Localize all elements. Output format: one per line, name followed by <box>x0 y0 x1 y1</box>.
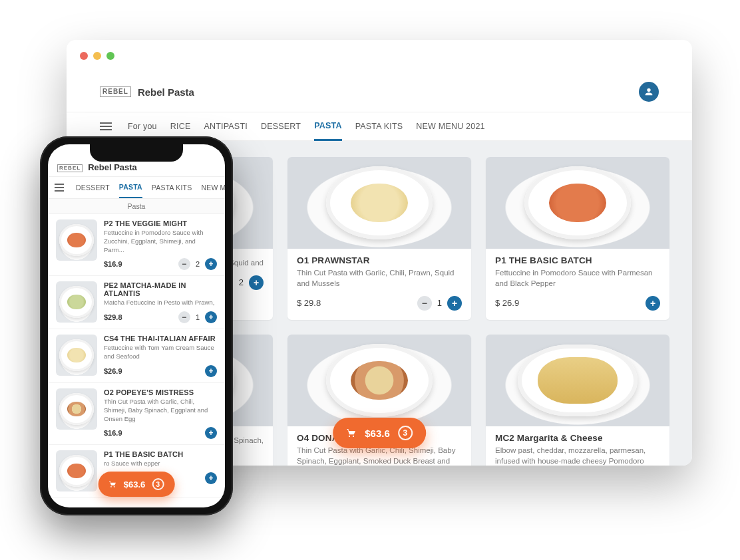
phone-list[interactable]: P2 THE VEGGIE MIGHT Fettuccine in Pomodo… <box>48 214 225 507</box>
cart-icon <box>345 427 357 439</box>
section-header: Pasta <box>48 199 225 214</box>
food-image <box>486 335 669 426</box>
phone-tabs: DESSERT PASTA PASTA KITS NEW MENU 2 <box>48 176 225 199</box>
food-image <box>56 219 97 261</box>
menu-title: CS4 THE THAI-ITALIAN AFFAIR <box>104 335 217 343</box>
brand-logo: REBEL <box>100 86 131 97</box>
window-close-icon[interactable] <box>80 52 88 60</box>
minus-button[interactable]: − <box>417 296 432 311</box>
list-item[interactable]: CS4 THE THAI-ITALIAN AFFAIR Fettuccine w… <box>48 329 225 383</box>
tab-dessert[interactable]: DESSERT <box>261 113 301 140</box>
menu-icon[interactable] <box>100 122 114 130</box>
menu-title: PE2 MATCHA-MADE IN ATLANTIS <box>104 281 217 297</box>
cart-button[interactable]: $63.6 3 <box>98 472 175 497</box>
menu-desc: Matcha Fettuccine in Pesto with Prawn, <box>104 299 217 307</box>
menu-price: $16.9 <box>104 260 122 268</box>
menu-qty: 1 <box>432 298 447 308</box>
menu-qty: 1 <box>190 313 205 321</box>
menu-card[interactable]: MC2 Margarita & Cheese Elbow past, chedd… <box>486 335 669 466</box>
menu-price: $16.9 <box>104 429 122 437</box>
tab-pasta[interactable]: PASTA <box>314 112 342 141</box>
menu-desc: Elbow past, cheddar, mozzarella, parmesa… <box>495 446 660 466</box>
phone-screen: REBEL Rebel Pasta DESSERT PASTA PASTA KI… <box>48 144 225 507</box>
tab-new-menu[interactable]: NEW MENU 2 <box>201 178 225 198</box>
window-controls <box>80 52 114 60</box>
menu-desc: Thin Cut Pasta with Garlic, Chili, Prawn… <box>297 268 462 289</box>
menu-card[interactable]: O1 PRAWNSTAR Thin Cut Pasta with Garlic,… <box>287 157 471 320</box>
menu-title: MC2 Margarita & Cheese <box>495 433 660 443</box>
phone-notch <box>90 144 183 162</box>
menu-desc: Thin Cut Pasta with Garlic, Chili, Shime… <box>297 446 462 466</box>
add-button[interactable]: + <box>205 472 217 484</box>
menu-price: $29.8 <box>104 313 122 321</box>
cart-total: $63.6 <box>124 480 146 490</box>
menu-desc: Fettuccine in Pomodoro Sauce with Zucchi… <box>104 229 217 254</box>
add-button[interactable]: + <box>249 275 264 290</box>
menu-desc: ro Sauce with epper <box>104 460 217 468</box>
add-button[interactable]: + <box>205 258 217 270</box>
add-button[interactable]: + <box>447 296 462 311</box>
add-button[interactable]: + <box>646 296 660 311</box>
tab-pasta-kits[interactable]: PASTA KITS <box>152 178 192 198</box>
cart-total: $63.6 <box>365 428 390 439</box>
menu-qty: 2 <box>190 260 205 268</box>
cart-icon <box>108 480 117 489</box>
brand-logo: REBEL <box>57 164 83 172</box>
add-button[interactable]: + <box>205 311 217 323</box>
list-item[interactable]: O2 POPEYE'S MISTRESS Thin Cut Pasta with… <box>48 383 225 445</box>
brand: REBEL Rebel Pasta <box>100 86 194 98</box>
brand-name: Rebel Pasta <box>138 86 194 98</box>
food-image <box>56 388 97 430</box>
food-image <box>56 450 97 491</box>
tab-new-menu[interactable]: NEW MENU 2021 <box>416 113 484 140</box>
cart-button[interactable]: $63.6 3 <box>333 418 426 448</box>
menu-desc: Thin Cut Pasta with Garlic, Chili, Shime… <box>104 398 217 423</box>
food-image <box>486 157 669 249</box>
food-image <box>287 157 471 249</box>
tab-rice[interactable]: RICE <box>170 113 191 140</box>
food-image <box>287 335 471 426</box>
menu-desc: Fettuccine with Tom Yam Cream Sauce and … <box>104 344 217 361</box>
food-image <box>56 281 97 323</box>
menu-title: P2 THE VEGGIE MIGHT <box>104 219 217 227</box>
food-image <box>56 335 97 376</box>
list-item[interactable]: PE2 MATCHA-MADE IN ATLANTIS Matcha Fettu… <box>48 276 225 329</box>
window-minimize-icon[interactable] <box>93 52 101 60</box>
desktop-header: REBEL Rebel Pasta <box>67 40 692 112</box>
tab-pasta-kits[interactable]: PASTA KITS <box>355 113 403 140</box>
menu-price: $26.9 <box>104 367 122 375</box>
add-button[interactable]: + <box>205 427 217 439</box>
menu-title: O1 PRAWNSTAR <box>297 255 462 265</box>
menu-qty: 2 <box>234 277 249 287</box>
phone-device: REBEL Rebel Pasta DESSERT PASTA PASTA KI… <box>40 136 233 515</box>
menu-desc: Fettuccine in Pomodoro Sauce with Parmes… <box>495 268 660 289</box>
minus-button[interactable]: − <box>178 258 190 270</box>
tab-antipasti[interactable]: ANTIPASTI <box>204 113 247 140</box>
cart-count: 3 <box>152 478 164 490</box>
tab-dessert[interactable]: DESSERT <box>76 178 110 198</box>
brand-name: Rebel Pasta <box>88 162 137 172</box>
menu-title: P1 THE BASIC BATCH <box>104 450 217 458</box>
window-zoom-icon[interactable] <box>106 52 114 60</box>
menu-price: $ 29.8 <box>297 298 321 308</box>
tab-pasta[interactable]: PASTA <box>119 177 142 198</box>
user-icon <box>644 86 654 97</box>
menu-icon[interactable] <box>55 184 67 192</box>
menu-title: P1 THE BASIC BATCH <box>495 255 660 265</box>
avatar[interactable] <box>639 82 659 102</box>
minus-button[interactable]: − <box>178 311 190 323</box>
cart-count: 3 <box>398 426 413 440</box>
list-item[interactable]: P2 THE VEGGIE MIGHT Fettuccine in Pomodo… <box>48 214 225 276</box>
tab-for-you[interactable]: For you <box>128 113 157 140</box>
menu-title: O2 POPEYE'S MISTRESS <box>104 388 217 396</box>
add-button[interactable]: + <box>205 365 217 377</box>
menu-card[interactable]: P1 THE BASIC BATCH Fettuccine in Pomodor… <box>486 157 669 320</box>
menu-price: $ 26.9 <box>495 298 519 308</box>
